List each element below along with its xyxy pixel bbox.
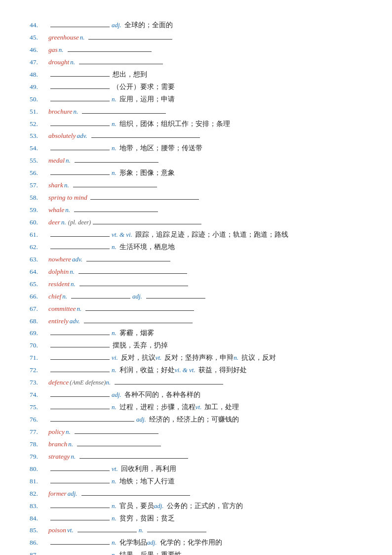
blank-87[interactable] xyxy=(50,550,110,555)
entry-59: 59. whale n. xyxy=(30,205,362,216)
blank-58[interactable] xyxy=(90,193,199,200)
blank-77[interactable] xyxy=(75,427,158,434)
blank-66b[interactable] xyxy=(146,292,205,299)
pos-76: adj. xyxy=(136,414,146,425)
blank-60[interactable] xyxy=(93,217,201,224)
blank-53[interactable] xyxy=(91,131,200,138)
meaning-50: 应用，运用；申请 xyxy=(119,94,175,105)
pos-60: n. xyxy=(61,217,66,228)
blank-64[interactable] xyxy=(78,267,187,274)
entry-77: 77. policy n. xyxy=(30,427,362,438)
blank-85b[interactable] xyxy=(147,525,206,532)
entry-63: 63. nowhere adv. xyxy=(30,254,362,265)
blank-49[interactable] xyxy=(50,82,110,89)
entry-50: 50. n. 应用，运用；申请 xyxy=(30,94,362,105)
entry-44: 44. adj. 全球的；全面的 xyxy=(30,20,362,31)
pos2-72: vi. & vt. xyxy=(175,365,196,376)
blank-71[interactable] xyxy=(50,353,110,360)
blank-66a[interactable] xyxy=(71,292,130,299)
blank-67[interactable] xyxy=(85,304,194,311)
blank-68[interactable] xyxy=(84,316,193,323)
entry-num: 63. xyxy=(30,254,48,265)
entry-num: 78. xyxy=(30,439,48,450)
entry-num: 44. xyxy=(30,20,48,31)
entry-num: 71. xyxy=(30,352,48,364)
word-78: branch xyxy=(48,439,67,450)
blank-51[interactable] xyxy=(82,107,166,114)
blank-72[interactable] xyxy=(50,365,110,372)
entry-num: 66. xyxy=(30,291,48,302)
word-53: absolutely xyxy=(48,130,76,142)
blank-54[interactable] xyxy=(50,143,110,150)
blank-78[interactable] xyxy=(77,439,161,446)
entry-62: 62. n. 生活环境，栖息地 xyxy=(30,242,362,253)
pos-78: n. xyxy=(68,439,73,450)
pos-73: n. xyxy=(106,377,111,388)
blank-75[interactable] xyxy=(50,402,110,409)
blank-84[interactable] xyxy=(50,513,110,520)
entry-76: 76. adj. 经济的，经济上的；可赚钱的 xyxy=(30,414,362,426)
meaning-72a: 利润，收益；好处 xyxy=(119,365,175,376)
entry-num: 46. xyxy=(30,44,48,56)
blank-70[interactable] xyxy=(50,341,110,347)
blank-57[interactable] xyxy=(73,180,157,187)
blank-44[interactable] xyxy=(50,20,110,27)
blank-80[interactable] xyxy=(50,464,110,471)
entry-58: 58. spring to mind xyxy=(30,192,362,204)
meaning-74: 各种不同的，各种各样的 xyxy=(124,389,200,401)
entry-48: 48. 想出，想到 xyxy=(30,69,362,81)
blank-76[interactable] xyxy=(50,415,134,422)
blank-50[interactable] xyxy=(50,94,110,101)
blank-46[interactable] xyxy=(68,45,152,52)
blank-63[interactable] xyxy=(86,255,170,261)
blank-52[interactable] xyxy=(50,119,110,126)
word-68: entirely xyxy=(48,316,69,327)
blank-59[interactable] xyxy=(74,205,158,212)
pos-87: n. xyxy=(112,550,117,555)
blank-85a[interactable] xyxy=(78,525,137,532)
entry-51: 51. brochure n. xyxy=(30,106,362,118)
entry-52: 52. n. 组织，团体；组织工作；安排；条理 xyxy=(30,119,362,130)
blank-56[interactable] xyxy=(50,168,110,175)
blank-86[interactable] xyxy=(50,538,110,545)
word-73: defence xyxy=(48,377,69,388)
entry-74: 74. adj. 各种不同的，各种各样的 xyxy=(30,389,362,401)
blank-69[interactable] xyxy=(50,328,110,335)
blank-48[interactable] xyxy=(50,70,110,77)
entry-num: 76. xyxy=(30,414,48,426)
meaning-75b: 加工，处理 xyxy=(204,402,239,413)
pos2-75: vt. xyxy=(196,402,202,413)
entry-64: 64. dolphin n. xyxy=(30,266,362,278)
meaning-71c: 抗议，反对 xyxy=(241,352,276,364)
blank-62[interactable] xyxy=(50,242,110,249)
pos-45: n. xyxy=(80,32,85,43)
pos-61: vt. & vi. xyxy=(112,229,132,240)
blank-74[interactable] xyxy=(50,390,110,397)
blank-82[interactable] xyxy=(81,489,190,496)
word-82: former xyxy=(48,488,67,500)
meaning-83a: 官员，要员 xyxy=(119,501,154,512)
entry-47: 47. drought n. xyxy=(30,57,362,68)
blank-55[interactable] xyxy=(75,156,158,163)
blank-47[interactable] xyxy=(79,57,163,64)
pos-74: adj. xyxy=(112,389,121,400)
word-65: resident xyxy=(48,279,70,290)
entry-55: 55. medal n. xyxy=(30,155,362,167)
blank-79[interactable] xyxy=(79,452,188,459)
word-60: deer xyxy=(48,217,60,228)
entry-num: 69. xyxy=(30,328,48,339)
entry-num: 70. xyxy=(30,340,48,351)
blank-73[interactable] xyxy=(115,378,223,384)
blank-45[interactable] xyxy=(88,33,172,40)
entry-49: 49. （公开）要求；需要 xyxy=(30,82,362,93)
blank-65[interactable] xyxy=(79,279,188,286)
pos-82: adj. xyxy=(68,488,78,499)
pos2-86: adj. xyxy=(147,537,157,548)
blank-81[interactable] xyxy=(50,476,110,483)
blank-83[interactable] xyxy=(50,501,110,508)
blank-61[interactable] xyxy=(50,230,110,237)
entry-73: 73. defence (AmE defense) n. xyxy=(30,377,362,388)
entry-53: 53. absolutely adv. xyxy=(30,130,362,142)
entry-46: 46. gas n. xyxy=(30,44,362,56)
pos-85: vt. xyxy=(67,525,74,536)
